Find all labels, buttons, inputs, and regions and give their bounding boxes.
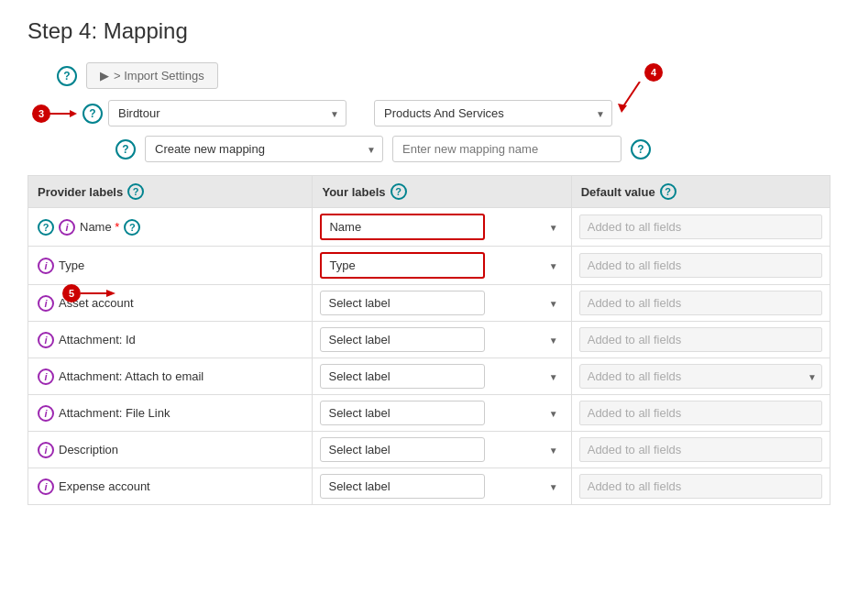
th-default-value: Default value ? <box>571 176 830 208</box>
svg-marker-1 <box>70 110 77 117</box>
row-label-text: Expense account <box>59 479 150 493</box>
row-info-icon: i <box>38 405 54 422</box>
default-value-input[interactable] <box>579 401 822 425</box>
default-value-input[interactable] <box>579 253 822 278</box>
provider-label-cell: iExpense account <box>28 468 313 505</box>
your-label-cell: Select label▼ <box>313 395 571 432</box>
mapping-dropdown-wrapper: Create new mapping ▼ <box>145 136 383 162</box>
provider-label-cell: ?iName *? <box>28 208 313 247</box>
svg-marker-5 <box>106 290 116 297</box>
your-label-select[interactable]: Select label <box>320 291 485 315</box>
your-label-cell: Select label▼ <box>313 322 571 358</box>
source-dropdown-wrapper: Birdtour ▼ <box>108 100 346 126</box>
your-label-select-arrow: ▼ <box>549 260 558 270</box>
row-info-icon: i <box>38 478 54 495</box>
mapping-help-icon[interactable]: ? <box>116 139 136 160</box>
annotation-4-arrow <box>612 82 649 118</box>
your-label-select[interactable]: Select label <box>320 327 485 352</box>
provider-labels-help-icon[interactable]: ? <box>127 183 144 200</box>
import-settings-label: > Import Settings <box>114 69 204 82</box>
table-row: iTypeType▼ <box>28 247 830 285</box>
default-value-cell <box>571 247 830 285</box>
row-help-icon[interactable]: ? <box>38 219 54 236</box>
row-info-icon: i <box>38 332 54 348</box>
provider-label-cell: iAttachment: Id <box>28 322 313 358</box>
your-label-select-arrow: ▼ <box>549 445 558 455</box>
target-dropdown-wrapper: Products And Services ▼ <box>374 100 612 126</box>
source-help-icon[interactable]: ? <box>82 104 103 124</box>
your-label-select-arrow: ▼ <box>549 371 558 381</box>
your-label-select-wrapper: Select label▼ <box>320 291 563 315</box>
default-value-help-icon[interactable]: ? <box>660 183 676 200</box>
import-settings-button[interactable]: ▶ > Import Settings <box>86 62 218 89</box>
target-dropdown[interactable]: Products And Services <box>374 100 612 126</box>
your-label-select-wrapper: Type▼ <box>320 252 563 279</box>
annotation-3-label: 3 <box>32 104 50 123</box>
default-value-input[interactable] <box>579 214 822 239</box>
your-label-cell: Name▼ <box>313 208 571 247</box>
your-label-select[interactable]: Name <box>320 214 485 240</box>
th-your-labels: Your labels ? <box>313 176 571 208</box>
your-label-cell: Select label▼ <box>313 468 571 505</box>
table-row: iAttachment: IdSelect label▼ <box>28 322 830 358</box>
default-value-input[interactable] <box>579 437 822 462</box>
table-row: ?iName *?Name▼ <box>28 208 830 247</box>
your-labels-help-icon[interactable]: ? <box>390 183 407 200</box>
default-value-input[interactable] <box>579 291 822 315</box>
row-info-icon: i <box>59 219 75 236</box>
default-value-select-wrapper: Added to all fields▼ <box>579 364 822 389</box>
annotation-5-container: 5 <box>62 284 117 302</box>
mapping-name-help-icon[interactable]: ? <box>631 139 651 160</box>
import-settings-arrow: ▶ <box>100 69 109 82</box>
your-label-select-arrow: ▼ <box>549 481 558 491</box>
mapping-dropdown[interactable]: Create new mapping <box>145 136 383 162</box>
provider-label-cell: iDescription <box>28 432 313 468</box>
your-label-cell: Select label▼ <box>313 285 571 322</box>
your-label-cell: Select label▼ <box>313 358 571 395</box>
row-info-icon: i <box>38 295 54 312</box>
your-label-select[interactable]: Select label <box>320 474 485 499</box>
source-dropdown[interactable]: Birdtour <box>108 100 346 126</box>
required-star: * <box>112 220 120 234</box>
your-label-select[interactable]: Select label <box>320 437 485 462</box>
annotation-3-arrow <box>50 108 77 119</box>
row-info-icon: i <box>38 258 54 274</box>
row-info-icon: i <box>38 442 54 458</box>
import-settings-help-icon[interactable]: ? <box>57 66 77 86</box>
row-label-text: Attachment: File Link <box>59 406 170 420</box>
your-label-select[interactable]: Type <box>320 252 485 279</box>
annotation-5-label: 5 <box>62 284 81 302</box>
row-info-icon: i <box>38 368 54 385</box>
your-label-select-arrow: ▼ <box>549 298 558 308</box>
your-label-select-wrapper: Name▼ <box>320 214 563 240</box>
your-label-select[interactable]: Select label <box>320 364 485 389</box>
default-value-select[interactable]: Added to all fields <box>579 364 822 389</box>
your-label-select-wrapper: Select label▼ <box>320 327 563 352</box>
row-label-text: Attachment: Id <box>59 333 136 346</box>
row-extra-help-icon[interactable]: ? <box>124 219 140 236</box>
your-label-select-arrow: ▼ <box>549 335 558 345</box>
mapping-name-input[interactable] <box>392 136 622 162</box>
your-label-select-wrapper: Select label▼ <box>320 437 563 462</box>
provider-label-cell: iAttachment: Attach to email <box>28 358 313 395</box>
table-row: iDescriptionSelect label▼ <box>28 432 830 468</box>
your-label-cell: Select label▼ <box>313 432 571 468</box>
default-value-input[interactable] <box>579 474 822 499</box>
annotation-4-label: 4 <box>644 63 663 82</box>
row-label-text: Attachment: Attach to email <box>59 369 204 383</box>
table-row: iExpense accountSelect label▼ <box>28 468 830 505</box>
your-label-select-wrapper: Select label▼ <box>320 364 563 389</box>
table-row: iAsset accountSelect label▼ <box>28 285 830 322</box>
your-label-select[interactable]: Select label <box>320 401 485 425</box>
default-value-cell <box>571 285 830 322</box>
your-label-select-wrapper: Select label▼ <box>320 474 563 499</box>
table-row: iAttachment: Attach to emailSelect label… <box>28 358 830 395</box>
your-label-select-wrapper: Select label▼ <box>320 401 563 425</box>
annotation-5-arrow <box>81 288 117 299</box>
your-label-cell: Type▼ <box>313 247 571 285</box>
row-label-text: Type <box>59 258 84 272</box>
default-value-input[interactable] <box>579 327 822 352</box>
provider-label-cell: iAttachment: File Link <box>28 395 313 432</box>
table-row: iAttachment: File LinkSelect label▼ <box>28 395 830 432</box>
svg-marker-3 <box>618 104 627 113</box>
